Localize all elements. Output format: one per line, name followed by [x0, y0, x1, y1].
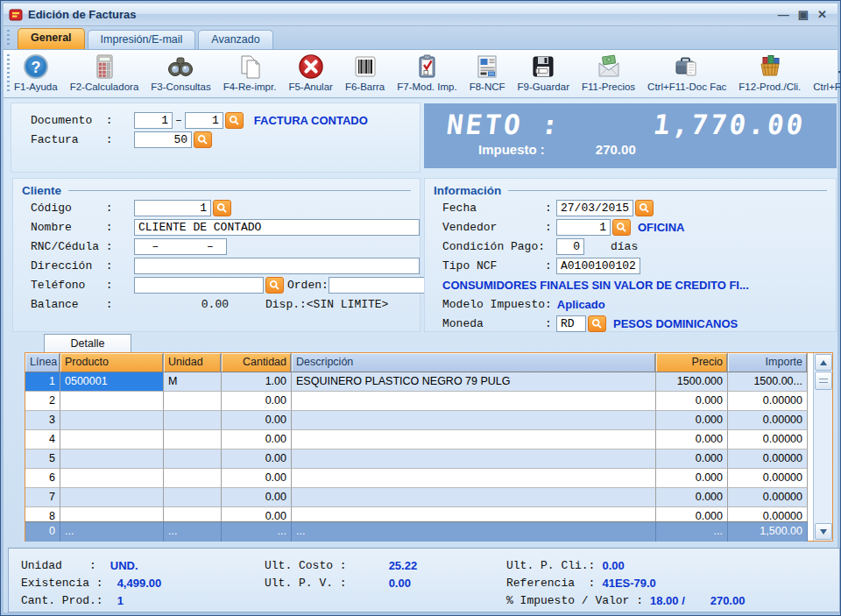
grid-cell[interactable] [164, 469, 222, 488]
scroll-down-button[interactable] [815, 523, 832, 540]
grid-cell[interactable]: 0.000 [656, 392, 728, 411]
grid-vertical-scrollbar[interactable] [813, 353, 832, 541]
grid-cell[interactable]: 8 [25, 507, 60, 521]
grid-cell[interactable]: 6 [25, 469, 60, 488]
grid-cell[interactable]: ESQUINERO PLASTICO NEGRO 79 PULG [292, 372, 656, 392]
orden-input[interactable] [329, 277, 432, 294]
grid-column-header[interactable]: Precio [656, 353, 728, 372]
moneda-lookup-button[interactable] [588, 315, 606, 332]
factura-num-input[interactable] [134, 131, 192, 148]
grid-cell[interactable]: 7 [25, 488, 60, 507]
grid-cell[interactable]: 0.00000 [728, 469, 808, 488]
toolbar-button-ctrl-f11-doc-fac[interactable]: Ctrl+F11-Doc Fac [647, 53, 726, 92]
grid-cell[interactable] [164, 507, 222, 521]
grid-cell[interactable] [292, 430, 656, 450]
toolbar-button-f5-anular[interactable]: F5-Anular [288, 53, 333, 92]
grid-cell[interactable]: 0.00 [222, 488, 292, 507]
tab-impresion-email[interactable]: Impresión/E-mail [88, 30, 196, 49]
grid-cell[interactable] [60, 450, 164, 469]
grid-column-header[interactable]: Descripción [292, 353, 656, 372]
grid-cell[interactable]: 0.00000 [728, 430, 808, 450]
grid-cell[interactable]: 0.000 [656, 411, 728, 430]
documento-num2-input[interactable] [185, 112, 223, 129]
grid-cell[interactable]: 0.000 [656, 450, 728, 469]
direccion-input[interactable] [134, 258, 420, 274]
fecha-input[interactable] [556, 200, 633, 216]
telefono-input[interactable] [134, 277, 264, 294]
codigo-lookup-button[interactable] [213, 200, 231, 216]
scroll-thumb[interactable] [815, 372, 832, 390]
grid-column-header[interactable]: Unidad [164, 353, 222, 372]
toolbar-button-f9-guardar[interactable]: F9-Guardar [518, 53, 569, 92]
grid-cell[interactable]: 0.000 [656, 469, 728, 488]
grid-cell[interactable] [60, 488, 164, 507]
grid-cell[interactable]: 0.00000 [728, 392, 808, 411]
grid-cell[interactable]: 0.000 [656, 488, 728, 507]
grid-cell[interactable]: 1.00 [222, 372, 292, 392]
grid-cell[interactable]: 0.00000 [728, 411, 808, 430]
grid-cell[interactable] [60, 430, 164, 450]
maximize-button[interactable]: ▣ [798, 9, 809, 20]
grid-cell[interactable]: 0.00 [222, 392, 292, 411]
grid-cell[interactable] [60, 469, 164, 488]
grid-cell[interactable]: 0.00 [222, 430, 292, 450]
factura-lookup-button[interactable] [194, 131, 212, 148]
grid-cell[interactable] [292, 469, 656, 488]
grid-cell[interactable]: 1 [25, 372, 60, 392]
grid-cell[interactable]: 0.00000 [728, 507, 808, 521]
grid-cell[interactable]: 0.00 [222, 507, 292, 521]
scroll-up-button[interactable] [815, 354, 832, 371]
grid-cell[interactable] [164, 488, 222, 507]
grid-cell[interactable] [60, 411, 164, 430]
tab-general[interactable]: General [18, 28, 85, 49]
toolbar-button-f11-precios[interactable]: F11-Precios [582, 53, 635, 92]
toolbar-button-f12-prod-cli[interactable]: F12-Prod./Cli. [739, 53, 801, 92]
grid-cell[interactable]: 0.000 [656, 507, 728, 521]
grid-cell[interactable]: 0.000 [656, 430, 728, 450]
grid-cell[interactable] [292, 392, 656, 411]
grid-cell[interactable]: 4 [25, 430, 60, 450]
grid-cell[interactable]: 0500001 [60, 372, 164, 392]
telefono-lookup-button[interactable] [265, 277, 284, 294]
documento-num1-input[interactable] [134, 112, 173, 129]
moneda-input[interactable] [556, 315, 586, 332]
grid-cell[interactable]: M [164, 372, 222, 392]
condicion-pago-input[interactable] [556, 238, 584, 255]
documento-lookup-button[interactable] [225, 112, 244, 129]
grid-cell[interactable] [164, 392, 222, 411]
grid-cell[interactable]: 2 [25, 392, 60, 411]
nombre-input[interactable] [134, 219, 420, 236]
codigo-input[interactable] [134, 200, 211, 216]
grid-cell[interactable]: 0.00 [222, 450, 292, 469]
grid-cell[interactable]: 0.00000 [728, 488, 808, 507]
toolbar-button-f3-consultas[interactable]: F3-Consultas [151, 53, 210, 92]
rnc-input[interactable] [134, 238, 227, 255]
grid-cell[interactable] [292, 411, 656, 430]
grid-cell[interactable] [60, 507, 164, 521]
vendedor-lookup-button[interactable] [612, 219, 631, 236]
toolbar-button-f7-mod-imp[interactable]: F7-Mod. Imp. [397, 53, 456, 92]
grid-cell[interactable]: 3 [25, 411, 60, 430]
grid-cell[interactable]: 5 [25, 450, 60, 469]
fecha-lookup-button[interactable] [635, 200, 654, 216]
tipo-ncf-input[interactable] [556, 258, 640, 274]
minimize-button[interactable]: — [778, 9, 789, 20]
grid-cell[interactable] [292, 450, 656, 469]
grid-cell[interactable]: 0.00 [222, 411, 292, 430]
vendedor-input[interactable] [556, 219, 611, 236]
grid-column-header[interactable]: Línea [25, 353, 60, 372]
grid-column-header[interactable]: Cantidad [222, 353, 292, 372]
toolbar-button-f1-ayuda[interactable]: ? F1-Ayuda [14, 53, 58, 92]
tab-avanzado[interactable]: Avanzado [198, 30, 272, 49]
grid-cell[interactable] [164, 430, 222, 450]
close-button[interactable]: ✕ [817, 9, 827, 20]
grid-cell[interactable] [292, 488, 656, 507]
grid-cell[interactable]: 0.00 [222, 469, 292, 488]
grid-column-header[interactable]: Importe [728, 353, 808, 372]
grid-cell[interactable]: 1500.000 [656, 372, 728, 392]
grid-column-header[interactable]: Producto [60, 353, 164, 372]
grid-cell[interactable] [292, 507, 656, 521]
grid-cell[interactable] [164, 450, 222, 469]
toolbar-button-f4-reimprimir[interactable]: F4-Re-impr. [223, 53, 277, 92]
tab-detalle[interactable]: Detalle [44, 334, 131, 352]
